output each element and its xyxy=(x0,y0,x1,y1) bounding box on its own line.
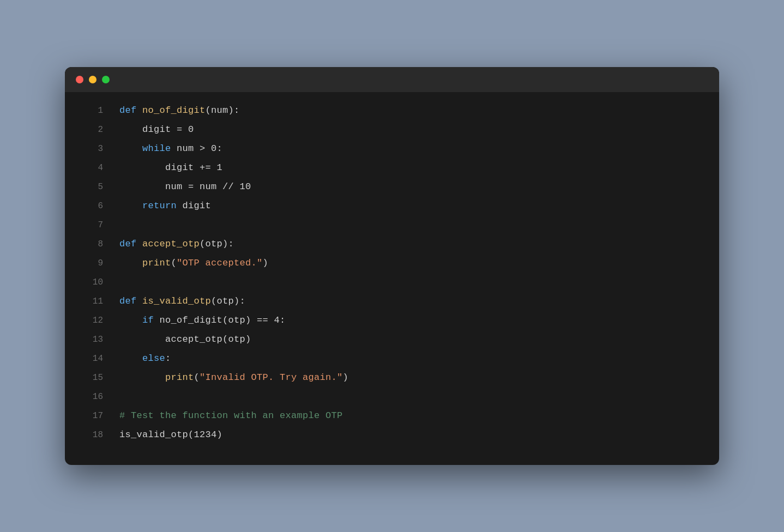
code-content: while num > 0: xyxy=(119,143,222,154)
code-content xyxy=(119,277,125,287)
titlebar xyxy=(65,67,719,92)
code-line: 15 print("Invalid OTP. Try again.") xyxy=(65,372,719,391)
code-content: if no_of_digit(otp) == 4: xyxy=(119,315,286,325)
line-number: 1 xyxy=(81,106,103,116)
line-number: 16 xyxy=(81,392,103,402)
maximize-button[interactable] xyxy=(102,76,110,83)
code-content: accept_otp(otp) xyxy=(119,334,251,344)
code-token: def xyxy=(119,105,142,116)
code-content: is_valid_otp(1234) xyxy=(119,430,222,440)
code-line: 4 digit += 1 xyxy=(65,162,719,182)
code-token: if xyxy=(142,315,154,325)
line-number: 6 xyxy=(81,201,103,211)
code-line: 3 while num > 0: xyxy=(65,143,719,162)
code-token: accept_otp xyxy=(142,239,200,249)
code-content: return digit xyxy=(119,201,211,211)
code-content: num = num // 10 xyxy=(119,182,251,192)
code-token: def xyxy=(119,239,142,249)
code-token: else xyxy=(142,353,165,364)
code-content: def no_of_digit(num): xyxy=(119,105,240,116)
code-token: (otp): xyxy=(200,239,234,249)
code-content: digit = 0 xyxy=(119,124,194,135)
code-token: return xyxy=(142,201,177,211)
code-token xyxy=(119,201,142,211)
line-number: 7 xyxy=(81,220,103,230)
code-token: is_valid_otp xyxy=(142,296,211,306)
line-number: 9 xyxy=(81,258,103,268)
code-token: "Invalid OTP. Try again." xyxy=(200,372,343,383)
code-line: 6 return digit xyxy=(65,201,719,220)
code-line: 2 digit = 0 xyxy=(65,124,719,143)
code-token: : xyxy=(165,353,171,364)
code-line: 18is_valid_otp(1234) xyxy=(65,430,719,449)
code-line: 9 print("OTP accepted.") xyxy=(65,258,719,277)
line-number: 8 xyxy=(81,239,103,249)
code-line: 13 accept_otp(otp) xyxy=(65,334,719,353)
line-number: 3 xyxy=(81,144,103,154)
code-line: 7 xyxy=(65,220,719,239)
code-token: digit = 0 xyxy=(119,124,194,135)
minimize-button[interactable] xyxy=(89,76,97,83)
code-content: # Test the function with an example OTP xyxy=(119,410,343,421)
code-token: print xyxy=(142,258,171,268)
code-token: num > 0: xyxy=(171,143,223,154)
code-content: print("OTP accepted.") xyxy=(119,258,268,268)
code-token: "OTP accepted." xyxy=(177,258,263,268)
code-token: no_of_digit xyxy=(142,105,206,116)
code-token: digit += 1 xyxy=(119,162,222,173)
code-token: accept_otp(otp) xyxy=(119,334,251,344)
line-number: 17 xyxy=(81,411,103,421)
code-content: print("Invalid OTP. Try again.") xyxy=(119,372,348,383)
code-token: def xyxy=(119,296,142,306)
code-area: 1def no_of_digit(num):2 digit = 03 while… xyxy=(65,92,719,465)
code-token xyxy=(119,258,142,268)
line-number: 10 xyxy=(81,277,103,287)
line-number: 2 xyxy=(81,125,103,135)
code-line: 8def accept_otp(otp): xyxy=(65,239,719,258)
code-token xyxy=(119,353,142,364)
code-line: 16 xyxy=(65,391,719,410)
code-token xyxy=(119,143,142,154)
code-line: 5 num = num // 10 xyxy=(65,182,719,201)
code-line: 17# Test the function with an example OT… xyxy=(65,410,719,430)
code-token: num = num // 10 xyxy=(119,182,251,192)
code-content xyxy=(119,220,125,230)
code-token: ( xyxy=(171,258,177,268)
code-line: 10 xyxy=(65,277,719,296)
line-number: 4 xyxy=(81,163,103,173)
code-token: is_valid_otp(1234) xyxy=(119,430,222,440)
line-number: 18 xyxy=(81,430,103,440)
code-line: 11def is_valid_otp(otp): xyxy=(65,296,719,315)
code-token: (num): xyxy=(206,105,240,116)
code-token xyxy=(119,315,142,325)
line-number: 14 xyxy=(81,354,103,364)
line-number: 5 xyxy=(81,182,103,192)
code-content: digit += 1 xyxy=(119,162,222,173)
code-content: def accept_otp(otp): xyxy=(119,239,234,249)
code-token: ) xyxy=(343,372,349,383)
code-token xyxy=(119,372,165,383)
code-token: ( xyxy=(194,372,200,383)
close-button[interactable] xyxy=(76,76,83,83)
line-number: 12 xyxy=(81,316,103,325)
code-token: while xyxy=(142,143,171,154)
code-token: no_of_digit(otp) == 4: xyxy=(154,315,286,325)
code-token: ) xyxy=(263,258,269,268)
code-token: print xyxy=(165,372,194,383)
line-number: 15 xyxy=(81,373,103,383)
code-editor-window: 1def no_of_digit(num):2 digit = 03 while… xyxy=(65,67,719,465)
line-number: 13 xyxy=(81,335,103,344)
code-token: digit xyxy=(177,201,211,211)
code-line: 14 else: xyxy=(65,353,719,372)
code-token: # Test the function with an example OTP xyxy=(119,410,343,421)
code-line: 12 if no_of_digit(otp) == 4: xyxy=(65,315,719,334)
code-content: else: xyxy=(119,353,171,364)
code-content: def is_valid_otp(otp): xyxy=(119,296,245,306)
line-number: 11 xyxy=(81,297,103,306)
code-line: 1def no_of_digit(num): xyxy=(65,105,719,124)
code-content xyxy=(119,391,125,402)
code-token: (otp): xyxy=(211,296,245,306)
